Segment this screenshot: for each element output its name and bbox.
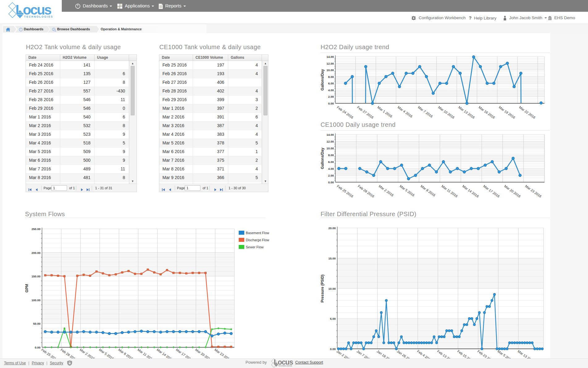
svg-text:Feb 27 2016: Feb 27 2016: [356, 105, 374, 119]
svg-text:2.00: 2.00: [328, 174, 334, 177]
svg-text:20.00: 20.00: [328, 226, 336, 230]
svg-text:0.00: 0.00: [330, 347, 336, 351]
svg-text:Mar 5 2016: Mar 5 2016: [497, 349, 513, 358]
svg-text:Mar 13 2016: Mar 13 2016: [458, 105, 475, 119]
svg-text:Mar 11 2016: Mar 11 2016: [137, 348, 154, 358]
svg-text:Mar 20 2016: Mar 20 2016: [504, 184, 521, 197]
svg-text:Jan 2 2016: Jan 2 2016: [336, 349, 352, 358]
svg-text:Jan 26 2016: Jan 26 2016: [396, 349, 414, 358]
svg-text:Mar 13 2016: Mar 13 2016: [517, 349, 535, 358]
svg-text:0.00: 0.00: [35, 346, 41, 349]
svg-text:Mar 5 2016: Mar 5 2016: [98, 348, 114, 358]
svg-text:4.00: 4.00: [328, 167, 334, 170]
svg-text:10.00: 10.00: [328, 287, 336, 290]
svg-text:Feb 28 2016: Feb 28 2016: [60, 348, 78, 358]
svg-text:Discharge Flow: Discharge Flow: [246, 238, 269, 242]
svg-text:Mar 10 2016: Mar 10 2016: [438, 105, 455, 119]
svg-text:Mar 14 2016: Mar 14 2016: [156, 348, 174, 358]
svg-text:200.00: 200.00: [32, 251, 40, 255]
svg-text:Mar 17 2016: Mar 17 2016: [483, 184, 500, 197]
svg-text:12.00: 12.00: [326, 140, 334, 143]
svg-text:Jan 18 2016: Jan 18 2016: [376, 349, 393, 358]
svg-text:Feb 13 2016: Feb 13 2016: [436, 349, 454, 358]
svg-text:Mar 23 2016: Mar 23 2016: [214, 348, 231, 358]
svg-text:14.00: 14.00: [326, 55, 334, 58]
svg-text:10.00: 10.00: [326, 68, 334, 72]
svg-text:Mar 8 2016: Mar 8 2016: [118, 348, 134, 358]
svg-text:Mar 19 2016: Mar 19 2016: [498, 105, 516, 119]
svg-text:Mar 14 2016: Mar 14 2016: [462, 184, 479, 197]
svg-text:Basement Flow: Basement Flow: [246, 231, 269, 235]
svg-text:Mar 23 2016: Mar 23 2016: [524, 184, 542, 197]
svg-text:8.00: 8.00: [328, 75, 334, 79]
svg-text:15.00: 15.00: [328, 257, 336, 260]
svg-text:Mar 16 2016: Mar 16 2016: [478, 105, 496, 119]
svg-text:Gallons/Day: Gallons/Day: [321, 148, 325, 169]
svg-text:Mar 17 2016: Mar 17 2016: [175, 348, 193, 358]
svg-text:10.00: 10.00: [326, 147, 334, 150]
svg-text:Mar 8 2016: Mar 8 2016: [420, 184, 436, 197]
svg-text:2.00: 2.00: [328, 95, 334, 98]
svg-text:Mar 1 2016: Mar 1 2016: [377, 105, 393, 118]
svg-text:Feb 24 2016: Feb 24 2016: [336, 105, 354, 119]
svg-text:Mar 11 2016: Mar 11 2016: [441, 184, 458, 197]
svg-text:Feb 28 2016: Feb 28 2016: [357, 184, 375, 197]
svg-text:150.00: 150.00: [32, 275, 40, 278]
svg-text:Pressure (PSID): Pressure (PSID): [321, 275, 325, 303]
svg-text:14.00: 14.00: [326, 133, 334, 136]
svg-text:6.00: 6.00: [328, 160, 334, 164]
svg-text:Feb 23 2016: Feb 23 2016: [477, 349, 494, 358]
svg-text:Mar 2 2016: Mar 2 2016: [79, 348, 95, 358]
svg-text:Sewer Flow: Sewer Flow: [246, 245, 264, 249]
svg-text:Gallons/Day: Gallons/Day: [321, 69, 325, 91]
svg-text:Jan 7 2016: Jan 7 2016: [356, 349, 372, 358]
svg-text:12.00: 12.00: [326, 62, 334, 65]
svg-text:Mar 4 2016: Mar 4 2016: [397, 105, 413, 118]
svg-text:0.00: 0.00: [328, 181, 334, 184]
svg-text:GPM: GPM: [25, 284, 29, 292]
svg-text:Mar 2 2016: Mar 2 2016: [378, 184, 394, 197]
svg-text:Mar 7 2016: Mar 7 2016: [417, 105, 433, 118]
svg-text:0.00: 0.00: [328, 102, 334, 105]
svg-text:Mar 5 2016: Mar 5 2016: [399, 184, 415, 197]
svg-text:TECHNOLOGIES: TECHNOLOGIES: [24, 15, 53, 18]
svg-text:4.00: 4.00: [328, 88, 334, 92]
svg-text:Feb 15 2016: Feb 15 2016: [457, 349, 474, 358]
svg-text:50.00: 50.00: [33, 322, 40, 325]
svg-text:250.00: 250.00: [32, 227, 40, 231]
svg-text:5.00: 5.00: [330, 317, 336, 320]
svg-text:Mar 22 2016: Mar 22 2016: [519, 105, 536, 119]
svg-text:8.00: 8.00: [328, 153, 334, 157]
svg-text:TECHNOLOGIES: TECHNOLOGIES: [278, 365, 292, 367]
svg-text:Feb 25 2016: Feb 25 2016: [336, 184, 354, 197]
svg-text:Feb 4 2016: Feb 4 2016: [416, 349, 432, 358]
svg-text:6.00: 6.00: [328, 82, 334, 85]
svg-text:Feb 25 2016: Feb 25 2016: [41, 348, 58, 358]
svg-text:100.00: 100.00: [32, 298, 40, 302]
svg-text:Mar 20 2016: Mar 20 2016: [195, 348, 212, 358]
